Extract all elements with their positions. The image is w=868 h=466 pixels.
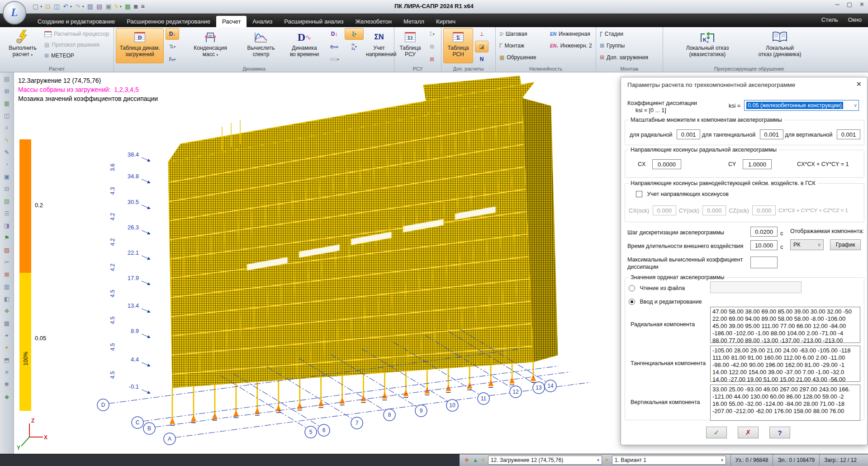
rsu-copy-button[interactable]: ⧉ xyxy=(425,41,439,52)
support-tool-button[interactable]: ⟂ xyxy=(475,28,489,40)
time-dynamics-button[interactable]: D ∿ Динамикаво времени xyxy=(283,28,326,63)
left-tool-icon-5[interactable]: ϟ xyxy=(2,136,11,145)
app-logo[interactable]: L xyxy=(3,1,26,24)
left-tool-icon-16[interactable]: ⊠ xyxy=(2,270,11,279)
compute-spectrum-button[interactable]: Вычислитьспектр xyxy=(241,28,281,63)
menu-style[interactable]: Стиль xyxy=(821,16,838,23)
menu-window[interactable]: Окно xyxy=(848,16,862,23)
left-tool-icon-9[interactable]: ⊟ xyxy=(2,185,11,194)
cx-input[interactable]: 0.0000 xyxy=(652,159,681,169)
variant-dropdown[interactable]: 1. Вариант 1▾ xyxy=(612,456,726,465)
ramp-tool-button[interactable]: ◪ xyxy=(475,41,489,52)
left-tool-icon-11[interactable]: ☰ xyxy=(2,209,11,218)
dynamic-tool-button[interactable]: D↓ xyxy=(166,28,179,40)
eak-tool-button[interactable]: eeak xyxy=(327,41,341,52)
left-tool-icon-3[interactable]: ◫ xyxy=(2,111,11,120)
engineering-item[interactable]: ENИнженерная xyxy=(550,31,590,37)
left-tool-icon-21[interactable]: ⌖ xyxy=(2,331,11,340)
m-eak-tool-button[interactable]: m̄e̅ₐ▾ xyxy=(345,41,364,52)
load-case-dropdown[interactable]: 12. Загружение 12 (74,75,76)▾ xyxy=(488,456,602,465)
left-tool-icon-4[interactable]: ⌗ xyxy=(2,124,11,133)
tab-3[interactable]: Анализ xyxy=(247,16,278,27)
edit-radio-row[interactable]: Ввод и редактирование xyxy=(629,299,702,305)
left-tool-icon-19[interactable]: ❖ xyxy=(2,307,11,316)
edit-radio[interactable] xyxy=(629,299,635,305)
left-tool-icon-20[interactable]: ▩ xyxy=(2,319,11,328)
mass-tool-button[interactable]: ⇅▾ xyxy=(166,41,179,52)
tab-5[interactable]: Железобетон xyxy=(349,16,398,27)
variant-tool-icon[interactable]: ✦ xyxy=(605,457,609,463)
prev-load-icon[interactable]: ▲ xyxy=(473,457,478,463)
rsu-table-button[interactable]: Σ1 ТаблицаРСУ xyxy=(396,28,424,63)
left-tool-icon-13[interactable]: ⚑ xyxy=(2,233,11,243)
left-tool-icon-24[interactable]: ≡ xyxy=(2,368,11,377)
scale-field-input-0[interactable]: 0.001 xyxy=(677,129,700,139)
alpha-tool-button[interactable]: ≋α▾ xyxy=(327,53,341,65)
step-input[interactable]: 0.0200 xyxy=(750,227,778,237)
component-values-1[interactable]: -105.00 28.00 29.00 21.00 24.00 -63.00 -… xyxy=(710,346,860,382)
d-arrow-tool-button[interactable]: D↓ xyxy=(327,28,341,40)
minimize-button[interactable]: ─ xyxy=(835,1,840,8)
engineering2-item[interactable]: EN₂Инженерн. 2 xyxy=(550,43,592,49)
extra-loads-item[interactable]: ⊞Доп. загружения xyxy=(600,54,648,61)
ksi-tool-button[interactable]: ξ▾ xyxy=(345,28,364,40)
left-tool-icon-23[interactable]: ⬒ xyxy=(2,356,11,365)
tab-4[interactable]: Расширенный анализ xyxy=(278,16,349,27)
left-tool-icon-18[interactable]: ◧ xyxy=(2,295,11,304)
duration-input[interactable]: 10.000 xyxy=(750,240,778,250)
graph-button[interactable]: График xyxy=(830,239,861,250)
run-analysis-button[interactable]: Выполнить расчет ▾ xyxy=(3,28,43,63)
close-button[interactable]: ✕ xyxy=(859,1,864,8)
left-tool-icon-0[interactable]: ▤ xyxy=(2,75,11,84)
left-tool-icon-14[interactable]: ▨ xyxy=(2,246,11,255)
scale-field-input-2[interactable]: 0.001 xyxy=(837,129,860,139)
component-values-2[interactable]: 33.00 25.00 -93.00 49.00 267.00 297.00 2… xyxy=(710,385,860,421)
tab-7[interactable]: Кирпич xyxy=(430,16,461,27)
read-from-file-radio-row[interactable]: Чтение из файла xyxy=(629,285,685,291)
left-tool-icon-2[interactable]: ▦ xyxy=(2,99,11,108)
left-tool-icon-15[interactable]: ✂ xyxy=(2,258,11,267)
mosaic-icon[interactable]: ❖ xyxy=(462,456,471,465)
left-tool-icon-26[interactable]: ◆ xyxy=(2,392,11,401)
stress-account-button[interactable]: ΣN Учетнапряжений xyxy=(365,28,393,63)
tab-6[interactable]: Металл xyxy=(398,16,430,27)
cy-input[interactable]: 1.0000 xyxy=(743,159,772,169)
left-tool-icon-8[interactable]: ▣ xyxy=(2,172,11,181)
cancel-button[interactable]: ✗ xyxy=(738,427,759,438)
stages-item[interactable]: ꞄСтадии xyxy=(600,31,623,37)
rsu-delete-button[interactable]: ⊠ xyxy=(425,53,439,65)
dialog-close-icon[interactable]: ✕ xyxy=(856,80,862,88)
tab-1[interactable]: Расширенное редактирование xyxy=(121,16,216,27)
left-tool-icon-6[interactable]: ✎ xyxy=(2,148,11,157)
local-failure-dynamic-button[interactable]: Локальныйотказ (динамика) xyxy=(745,28,814,63)
rsu-flash-button[interactable]: Σ▾ xyxy=(425,28,439,40)
maximize-button[interactable]: ▢ xyxy=(847,1,852,8)
meteor-item[interactable]: ⊞ МЕТЕОР xyxy=(44,52,74,59)
help-button[interactable]: ? xyxy=(769,427,790,438)
left-tool-icon-1[interactable]: ⊞ xyxy=(2,87,11,96)
tab-2[interactable]: Расчет xyxy=(216,16,247,27)
collapse-item[interactable]: ▦Обрушение xyxy=(499,54,536,61)
left-tool-icon-12[interactable]: ◨ xyxy=(2,221,11,230)
montage-item[interactable]: ГМонтаж xyxy=(499,43,524,49)
component-combobox[interactable]: РК˅ xyxy=(790,239,824,250)
gsk-checkbox[interactable] xyxy=(636,191,642,197)
left-tool-icon-10[interactable]: ▧ xyxy=(2,197,11,206)
max-coeff-input[interactable] xyxy=(750,257,778,268)
mass-condensation-button[interactable]: m Конденсация масс ▾ xyxy=(183,28,238,63)
component-values-0[interactable]: 47.00 58.00 38.00 69.00 85.00 39.00 30.0… xyxy=(710,307,860,343)
left-tool-icon-7[interactable]: ◔ xyxy=(2,160,11,169)
local-failure-quasistatic-button[interactable]: Kd Локальный отказ(квазистатика) xyxy=(673,28,742,63)
rsn-table-button[interactable]: Σ ТаблицаРСН xyxy=(443,28,473,63)
next-load-icon[interactable]: ▼ xyxy=(480,457,486,463)
groups-item[interactable]: ⊞Группы xyxy=(600,43,625,49)
left-tool-icon-25[interactable]: ✱ xyxy=(2,380,11,389)
fxy-tool-button[interactable]: fxy▾ xyxy=(166,53,179,65)
ok-button[interactable]: ✓ xyxy=(706,427,727,438)
ksi-combobox[interactable]: 0.05 (железобетонные конструкции)˅ xyxy=(744,100,859,111)
n-tool-button[interactable]: N xyxy=(475,53,489,65)
scale-field-input-1[interactable]: 0.001 xyxy=(760,129,783,139)
tab-0[interactable]: Создание и редактирование xyxy=(32,16,121,27)
stepwise-item[interactable]: SᵗШаговая xyxy=(499,31,527,37)
left-tool-icon-17[interactable]: ▥ xyxy=(2,282,11,291)
